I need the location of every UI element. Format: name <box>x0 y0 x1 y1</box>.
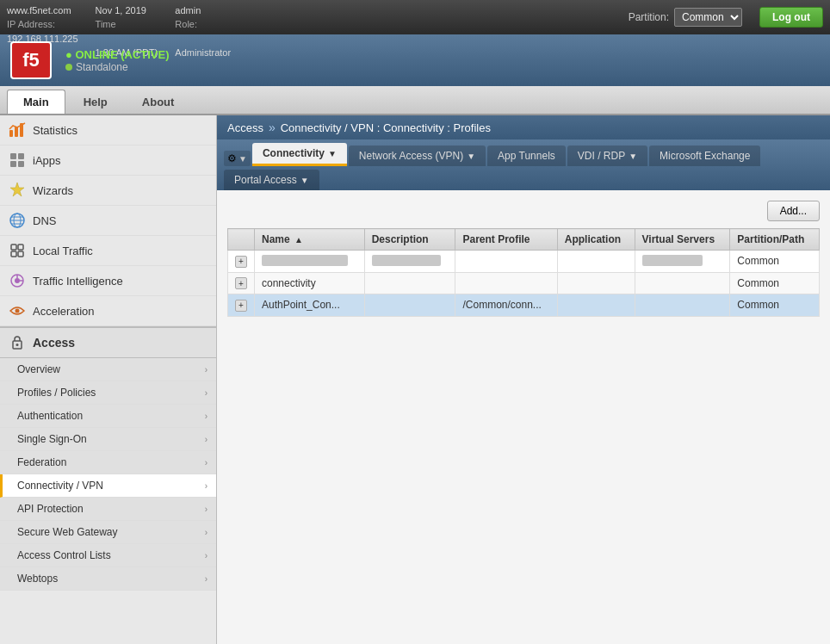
col-header-description[interactable]: Description <box>364 229 455 251</box>
content-tabs-bar: ⚙ ▼ Connectivity ▼ Network Access (VPN) … <box>217 139 830 166</box>
svg-rect-14 <box>18 245 23 250</box>
standalone-mode: Standalone <box>65 61 170 73</box>
tab-about[interactable]: About <box>126 90 191 114</box>
submenu-item-authentication[interactable]: Authentication › <box>0 405 216 428</box>
breadcrumb-bar: Access » Connectivity / VPN : Connectivi… <box>217 115 830 139</box>
tab-main[interactable]: Main <box>7 90 65 114</box>
intelligence-icon <box>9 272 26 289</box>
gear-arrow-icon: ▼ <box>238 154 247 164</box>
main-layout: Statistics iApps Wizards DNS <box>0 115 830 644</box>
content-area: Access » Connectivity / VPN : Connectivi… <box>217 115 830 644</box>
svg-rect-4 <box>18 153 24 159</box>
col-header-name[interactable]: Name ▲ <box>255 229 365 251</box>
svg-rect-6 <box>18 161 24 167</box>
svg-point-23 <box>16 344 19 346</box>
table-row: + Common <box>228 251 820 273</box>
submenu-item-api-protection[interactable]: API Protection › <box>0 498 216 521</box>
access-section: Access Overview › Profiles / Policies › … <box>0 326 216 591</box>
partition-select[interactable]: Common <box>674 8 742 27</box>
submenu-item-single-sign-on[interactable]: Single Sign-On › <box>0 428 216 451</box>
acceleration-icon <box>9 302 26 319</box>
role-row: Role: Administrator <box>175 17 231 60</box>
partition-section: Partition: Common <box>629 8 742 27</box>
time-label: Time <box>96 17 158 32</box>
sidebar-item-traffic-intelligence[interactable]: Traffic Intelligence <box>0 266 216 296</box>
description-cell <box>364 272 455 294</box>
sidebar-label-local-traffic: Local Traffic <box>33 245 93 257</box>
tab-app-tunnels[interactable]: App Tunnels <box>487 146 566 166</box>
blurred-description <box>372 255 441 266</box>
date-value: Nov 1, 2019 <box>96 3 158 18</box>
submenu-item-access-control-lists[interactable]: Access Control Lists › <box>0 544 216 567</box>
submenu-item-federation[interactable]: Federation › <box>0 451 216 474</box>
col-header-application[interactable]: Application <box>557 229 635 251</box>
name-cell[interactable]: connectivity <box>255 272 365 294</box>
gear-dropdown[interactable]: ⚙ ▼ <box>224 151 251 166</box>
sidebar-item-dns[interactable]: DNS <box>0 206 216 236</box>
tab-portal-access[interactable]: Portal Access ▼ <box>224 170 319 190</box>
table-row: + connectivity Common <box>228 272 820 294</box>
chevron-right-icon: › <box>205 435 208 444</box>
sidebar-item-wizards[interactable]: Wizards <box>0 176 216 206</box>
sidebar-label-traffic-intelligence: Traffic Intelligence <box>33 275 123 288</box>
wizard-icon <box>9 182 26 199</box>
sidebar-item-statistics[interactable]: Statistics <box>0 115 216 146</box>
dns-icon <box>9 212 26 229</box>
chevron-right-icon: › <box>205 365 208 375</box>
tab-microsoft-exchange[interactable]: Microsoft Exchange <box>649 146 760 166</box>
description-cell <box>364 294 455 317</box>
submenu-item-profiles-policies[interactable]: Profiles / Policies › <box>0 381 216 405</box>
name-cell[interactable] <box>255 251 365 273</box>
sidebar-item-iapps[interactable]: iApps <box>0 146 216 176</box>
submenu-item-secure-web-gateway[interactable]: Secure Web Gateway › <box>0 521 216 544</box>
col-header-partition-path[interactable]: Partition/Path <box>730 229 820 251</box>
sidebar: Statistics iApps Wizards DNS <box>0 115 217 644</box>
sidebar-label-iapps: iApps <box>33 154 61 167</box>
add-button[interactable]: Add... <box>767 201 820 221</box>
tab-network-access-vpn[interactable]: Network Access (VPN) ▼ <box>349 146 486 166</box>
sidebar-item-acceleration[interactable]: Acceleration <box>0 296 216 326</box>
tab-connectivity[interactable]: Connectivity ▼ <box>252 143 347 166</box>
col-header-parent-profile[interactable]: Parent Profile <box>455 229 557 251</box>
application-cell <box>557 272 635 294</box>
hostname-row: Hostname: www.f5net.com <box>7 0 78 17</box>
tab-help[interactable]: Help <box>67 90 124 114</box>
sidebar-label-wizards: Wizards <box>33 184 73 197</box>
ip-label: IP Address: <box>7 17 78 32</box>
status-dot <box>65 64 72 71</box>
chevron-right-icon: › <box>205 458 208 468</box>
logout-button[interactable]: Log out <box>759 7 823 28</box>
second-tab-row: Portal Access ▼ <box>217 166 830 190</box>
online-status: ● ONLINE (ACTIVE) <box>65 48 170 61</box>
user-value: admin <box>175 3 231 18</box>
access-header[interactable]: Access <box>0 328 216 358</box>
parent-profile-cell <box>455 251 557 273</box>
access-label: Access <box>33 336 75 350</box>
user-info: User: admin Role: Administrator <box>175 0 231 60</box>
nav-tabs: Main Help About <box>0 86 830 115</box>
expand-cell: + <box>228 251 255 273</box>
application-cell <box>557 251 635 273</box>
hostname-value: www.f5net.com <box>7 3 78 18</box>
chart-icon <box>9 121 26 139</box>
f5-logo: f5 <box>10 41 52 79</box>
expand-button[interactable]: + <box>235 300 247 312</box>
expand-button[interactable]: + <box>235 256 247 268</box>
tab-arrow-icon: ▼ <box>629 152 637 161</box>
tab-arrow-icon: ▼ <box>467 152 475 161</box>
chevron-right-icon: › <box>205 388 208 398</box>
sidebar-item-local-traffic[interactable]: Local Traffic <box>0 236 216 266</box>
svg-rect-1 <box>15 127 18 137</box>
expand-button[interactable]: + <box>235 277 247 289</box>
submenu-item-webtops[interactable]: Webtops › <box>0 567 216 591</box>
partition-path-cell: Common <box>730 272 820 294</box>
col-header-virtual-servers[interactable]: Virtual Servers <box>635 229 730 251</box>
chevron-right-icon: › <box>205 574 208 584</box>
chevron-right-icon: › <box>205 481 208 491</box>
submenu-item-overview[interactable]: Overview › <box>0 358 216 381</box>
tab-vdi-rdp[interactable]: VDI / RDP ▼ <box>567 146 647 166</box>
brand-status: ● ONLINE (ACTIVE) Standalone <box>65 48 170 73</box>
submenu-item-connectivity-vpn[interactable]: Connectivity / VPN › <box>0 474 216 498</box>
virtual-servers-cell <box>635 251 730 273</box>
name-cell[interactable]: AuthPoint_Con... <box>255 294 365 317</box>
